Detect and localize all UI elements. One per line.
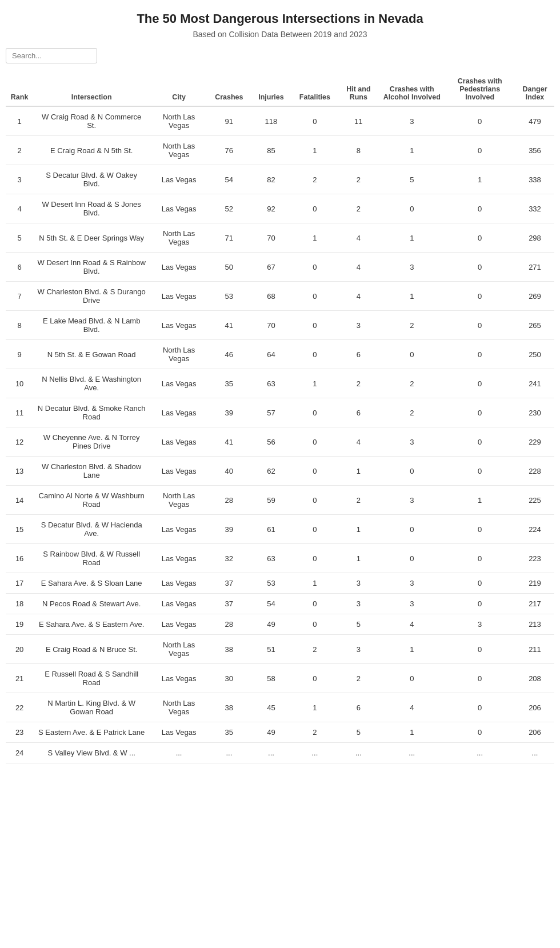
cell-danger-index: 265 [515, 311, 554, 340]
cell-crashes-pedestrians: 0 [444, 311, 515, 340]
cell-danger-index: 213 [515, 614, 554, 635]
col-header-intersection: Intersection [33, 73, 150, 106]
cell-rank: 10 [6, 369, 33, 398]
cell-city: Las Vegas [150, 427, 208, 457]
cell-injuries: 92 [250, 194, 293, 223]
cell-hit-and-runs: 2 [338, 369, 380, 398]
cell-hit-and-runs: 5 [338, 722, 380, 743]
cell-crashes: 52 [208, 194, 250, 223]
col-header-danger-index: DangerIndex [515, 73, 554, 106]
table-row: 16S Rainbow Blvd. & W Russell RoadLas Ve… [6, 544, 554, 573]
cell-city: North Las Vegas [150, 223, 208, 253]
cell-crashes-alcohol: 3 [379, 573, 444, 594]
table-row: 23S Eastern Ave. & E Patrick LaneLas Veg… [6, 722, 554, 743]
table-row: 8E Lake Mead Blvd. & N Lamb Blvd.Las Veg… [6, 311, 554, 340]
cell-hit-and-runs: 3 [338, 573, 380, 594]
cell-rank: 3 [6, 165, 33, 194]
cell-injuries: 70 [250, 311, 293, 340]
cell-injuries: 59 [250, 486, 293, 515]
cell-crashes: 40 [208, 457, 250, 486]
cell-injuries: 118 [250, 106, 293, 136]
cell-rank: 15 [6, 515, 33, 544]
cell-injuries: 57 [250, 398, 293, 427]
cell-crashes: 28 [208, 486, 250, 515]
cell-rank: 13 [6, 457, 33, 486]
cell-crashes-alcohol: 1 [379, 136, 444, 165]
cell-danger-index: 229 [515, 427, 554, 457]
cell-city: North Las Vegas [150, 486, 208, 515]
cell-crashes-pedestrians: 0 [444, 398, 515, 427]
cell-intersection: N Nellis Blvd. & E Washington Ave. [33, 369, 150, 398]
cell-crashes-alcohol: 0 [379, 340, 444, 369]
cell-city: Las Vegas [150, 573, 208, 594]
cell-fatalities: 0 [292, 594, 337, 614]
cell-hit-and-runs: 4 [338, 253, 380, 282]
cell-fatalities: 0 [292, 106, 337, 136]
cell-injuries: 49 [250, 722, 293, 743]
cell-injuries: 64 [250, 340, 293, 369]
table-row: 3S Decatur Blvd. & W Oakey Blvd.Las Vega… [6, 165, 554, 194]
cell-injuries: 53 [250, 573, 293, 594]
table-row: 2E Craig Road & N 5th St.North Las Vegas… [6, 136, 554, 165]
cell-crashes: 53 [208, 282, 250, 311]
table-row: 24S Valley View Blvd. & W ..............… [6, 743, 554, 763]
search-input[interactable] [6, 48, 97, 63]
cell-fatalities: 2 [292, 165, 337, 194]
cell-fatalities: ... [292, 743, 337, 763]
cell-fatalities: 0 [292, 486, 337, 515]
cell-danger-index: 338 [515, 165, 554, 194]
cell-crashes: 54 [208, 165, 250, 194]
cell-crashes-pedestrians: 0 [444, 369, 515, 398]
cell-crashes: 35 [208, 722, 250, 743]
cell-injuries: 58 [250, 664, 293, 693]
cell-city: Las Vegas [150, 311, 208, 340]
cell-fatalities: 0 [292, 544, 337, 573]
cell-danger-index: 356 [515, 136, 554, 165]
cell-rank: 12 [6, 427, 33, 457]
cell-injuries: 61 [250, 515, 293, 544]
table-row: 14Camino Al Norte & W Washburn RoadNorth… [6, 486, 554, 515]
cell-crashes: 71 [208, 223, 250, 253]
cell-rank: 2 [6, 136, 33, 165]
table-row: 13W Charleston Blvd. & Shadow LaneLas Ve… [6, 457, 554, 486]
cell-intersection: Camino Al Norte & W Washburn Road [33, 486, 150, 515]
cell-injuries: 85 [250, 136, 293, 165]
cell-fatalities: 1 [292, 573, 337, 594]
cell-crashes-alcohol: 2 [379, 311, 444, 340]
cell-rank: 6 [6, 253, 33, 282]
cell-injuries: 63 [250, 544, 293, 573]
cell-crashes-alcohol: 3 [379, 427, 444, 457]
data-table: Rank Intersection City Crashes Injuries … [6, 73, 554, 763]
cell-hit-and-runs: 1 [338, 544, 380, 573]
cell-city: North Las Vegas [150, 136, 208, 165]
cell-hit-and-runs: 6 [338, 693, 380, 722]
cell-crashes-pedestrians: 1 [444, 165, 515, 194]
cell-crashes: 41 [208, 311, 250, 340]
table-row: 22N Martin L. King Blvd. & W Gowan RoadN… [6, 693, 554, 722]
cell-crashes: 50 [208, 253, 250, 282]
cell-city: Las Vegas [150, 165, 208, 194]
cell-intersection: W Craig Road & N Commerce St. [33, 106, 150, 136]
cell-hit-and-runs: 3 [338, 311, 380, 340]
cell-city: Las Vegas [150, 253, 208, 282]
cell-injuries: 68 [250, 282, 293, 311]
cell-injuries: 56 [250, 427, 293, 457]
cell-injuries: 62 [250, 457, 293, 486]
cell-hit-and-runs: 11 [338, 106, 380, 136]
cell-hit-and-runs: ... [338, 743, 380, 763]
cell-fatalities: 2 [292, 635, 337, 664]
cell-rank: 16 [6, 544, 33, 573]
cell-hit-and-runs: 2 [338, 165, 380, 194]
cell-crashes-pedestrians: 0 [444, 223, 515, 253]
cell-injuries: 63 [250, 369, 293, 398]
table-row: 12W Cheyenne Ave. & N Torrey Pines Drive… [6, 427, 554, 457]
cell-city: Las Vegas [150, 369, 208, 398]
cell-injuries: 45 [250, 693, 293, 722]
col-header-crashes: Crashes [208, 73, 250, 106]
cell-crashes: 39 [208, 515, 250, 544]
cell-city: Las Vegas [150, 457, 208, 486]
cell-injuries: 82 [250, 165, 293, 194]
cell-intersection: N 5th St. & E Deer Springs Way [33, 223, 150, 253]
cell-hit-and-runs: 5 [338, 614, 380, 635]
cell-crashes-pedestrians: 0 [444, 340, 515, 369]
